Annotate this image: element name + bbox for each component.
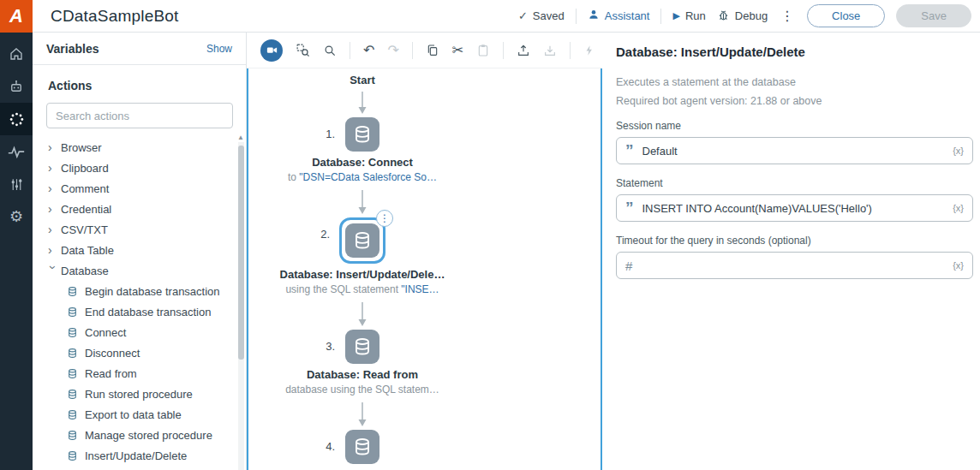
gear-glyph: ⚙ bbox=[9, 209, 23, 224]
recorder-button[interactable] bbox=[260, 39, 283, 62]
flow-step-read-from: 3. Database: Read from database using th… bbox=[255, 330, 469, 396]
chevron-right-icon: › bbox=[48, 141, 61, 153]
divider bbox=[503, 42, 504, 59]
search-icon[interactable] bbox=[323, 44, 337, 57]
more-menu-button[interactable]: ⋮ bbox=[779, 8, 796, 24]
step-title: Database: Connect bbox=[255, 156, 469, 169]
variable-picker-icon[interactable]: {x} bbox=[944, 146, 972, 156]
flow-toolbar: ↶ ↷ ✂ Flow bbox=[247, 33, 602, 68]
step-number: 1. bbox=[326, 128, 335, 140]
download-icon bbox=[543, 44, 557, 57]
variables-header[interactable]: Variables Show bbox=[33, 33, 246, 65]
selected-step-outline[interactable]: ⋮ bbox=[339, 217, 385, 264]
flow-arrow-icon bbox=[357, 402, 368, 428]
action-group-csv-txt[interactable]: ›CSV/TXT bbox=[33, 219, 246, 240]
assistant-button[interactable]: Assistant bbox=[588, 9, 650, 23]
save-button: Save bbox=[896, 4, 971, 27]
chevron-right-icon: › bbox=[48, 223, 61, 235]
statement-input[interactable] bbox=[642, 202, 945, 215]
action-group-clipboard[interactable]: ›Clipboard bbox=[33, 158, 246, 178]
debug-button[interactable]: Debug bbox=[717, 9, 768, 24]
action-group-data-table[interactable]: ›Data Table bbox=[33, 240, 246, 260]
rail-admin-gear-icon[interactable]: ⚙ bbox=[0, 200, 33, 233]
action-item-label: Read from bbox=[85, 367, 137, 380]
paste-icon bbox=[476, 44, 490, 57]
group-label: Comment bbox=[61, 182, 109, 195]
step-database-icon[interactable] bbox=[345, 117, 379, 152]
timeout-field: # {x} bbox=[616, 252, 973, 279]
step-database-icon[interactable] bbox=[345, 223, 379, 258]
flow-step-4: 4. bbox=[255, 430, 469, 464]
chevron-right-icon: › bbox=[48, 182, 61, 194]
debug-label: Debug bbox=[735, 9, 768, 22]
step-database-icon[interactable] bbox=[345, 430, 379, 464]
action-item-insert-update-delete[interactable]: Insert/Update/Delete bbox=[33, 445, 246, 466]
undo-icon[interactable]: ↶ bbox=[363, 44, 374, 57]
scrollbar-up-icon[interactable]: ▲ bbox=[237, 134, 244, 141]
flow-arrow-icon bbox=[357, 190, 368, 216]
string-quote-icon: ” bbox=[617, 146, 642, 155]
action-item-connect[interactable]: Connect bbox=[33, 322, 246, 342]
action-group-credential[interactable]: ›Credential bbox=[33, 199, 246, 219]
rail-bot-icon[interactable] bbox=[0, 70, 33, 103]
app-window: A CDataSampleBot ✓ Saved Assistant ▶ Run bbox=[0, 0, 980, 470]
statement-field: ” {x} bbox=[616, 194, 973, 222]
variable-picker-icon[interactable]: {x} bbox=[944, 260, 972, 271]
divider bbox=[350, 42, 350, 59]
action-item-label: Connect bbox=[85, 326, 126, 339]
action-item-export-to-data-table[interactable]: Export to data table bbox=[33, 404, 246, 425]
string-quote-icon: ” bbox=[617, 203, 642, 212]
action-item-manage-stored-procedure[interactable]: Manage stored procedure bbox=[33, 425, 246, 445]
flow-arrow-icon bbox=[357, 92, 368, 116]
chevron-down-icon: › bbox=[47, 265, 59, 278]
action-item-read-from[interactable]: Read from bbox=[33, 363, 246, 384]
action-item-run-stored-procedure[interactable]: Run stored procedure bbox=[33, 384, 246, 404]
step-database-icon[interactable] bbox=[345, 330, 379, 364]
flow-step-insert-update-delete: 2. ⋮ Database: Insert/Update/Dele… using… bbox=[255, 217, 469, 295]
action-item-disconnect[interactable]: Disconnect bbox=[33, 342, 246, 363]
database-icon bbox=[67, 409, 78, 420]
start-node[interactable]: Start bbox=[255, 74, 469, 86]
action-item-end-db-transaction[interactable]: End database transaction bbox=[33, 301, 246, 322]
cut-icon[interactable]: ✂ bbox=[452, 44, 463, 57]
action-group-comment[interactable]: ›Comment bbox=[33, 178, 246, 199]
scrollbar-thumb[interactable] bbox=[238, 146, 244, 360]
group-label: Database bbox=[61, 265, 109, 277]
action-detail-title: Database: Insert/Update/Delete bbox=[616, 33, 973, 59]
rail-automation-icon[interactable] bbox=[0, 103, 33, 135]
session-name-field: ” {x} bbox=[616, 137, 973, 164]
copy-icon[interactable] bbox=[426, 44, 439, 57]
step-subtitle-text: database using the SQL statem… bbox=[285, 384, 439, 396]
action-item-begin-db-transaction[interactable]: Begin database transaction bbox=[33, 281, 246, 301]
flow-arrow-icon bbox=[357, 302, 368, 328]
lightning-icon bbox=[583, 44, 595, 57]
find-in-canvas-icon[interactable] bbox=[296, 43, 310, 57]
group-label: Credential bbox=[61, 203, 111, 216]
actions-search-input[interactable] bbox=[46, 103, 233, 128]
step-subtitle-quote: "INSE… bbox=[401, 283, 439, 295]
close-button[interactable]: Close bbox=[807, 4, 885, 27]
step-subtitle: using the SQL statement "INSE… bbox=[255, 283, 469, 295]
run-button[interactable]: ▶ Run bbox=[672, 9, 705, 22]
upload-icon[interactable] bbox=[517, 44, 530, 57]
action-item-label: Export to data table bbox=[85, 408, 182, 421]
step-options-button[interactable]: ⋮ bbox=[376, 210, 393, 227]
variables-show-link[interactable]: Show bbox=[206, 43, 232, 55]
run-label: Run bbox=[685, 9, 706, 22]
brand-logo[interactable]: A bbox=[0, 0, 33, 33]
rail-devices-icon[interactable] bbox=[0, 168, 33, 200]
session-name-input[interactable] bbox=[642, 145, 945, 158]
timeout-input[interactable] bbox=[641, 259, 944, 272]
rail-home-icon[interactable] bbox=[0, 38, 33, 70]
rail-activity-icon[interactable] bbox=[0, 135, 33, 168]
step-subtitle-text: to bbox=[288, 171, 299, 183]
saved-status: ✓ Saved bbox=[518, 9, 565, 22]
action-group-browser[interactable]: ›Browser bbox=[33, 137, 246, 158]
action-group-database[interactable]: ›Database bbox=[33, 260, 246, 281]
bug-icon bbox=[717, 9, 730, 24]
variable-picker-icon[interactable]: {x} bbox=[944, 203, 972, 213]
group-label: Data Table bbox=[61, 244, 114, 257]
actions-scrollbar: ▲ bbox=[238, 134, 244, 470]
flow-canvas[interactable]: Start 1. Database: Connect to "DSN=CData… bbox=[247, 68, 602, 470]
action-group-datetime[interactable]: ›Datetime bbox=[33, 466, 246, 470]
